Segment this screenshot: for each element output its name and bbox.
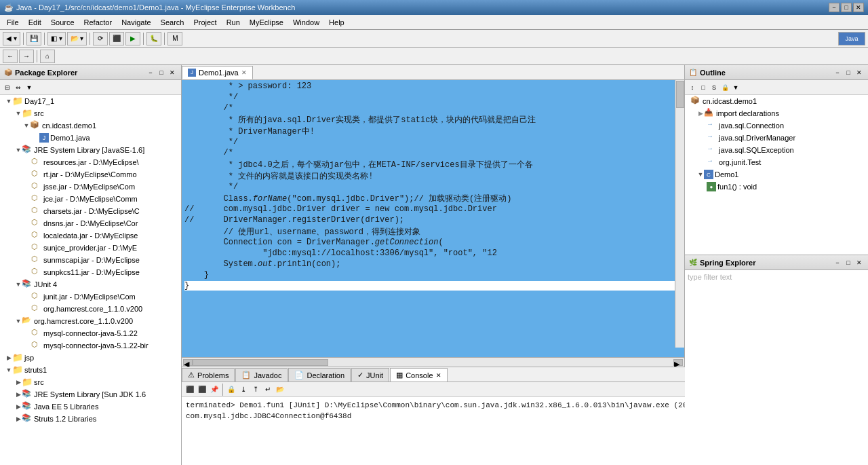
menu-item-help[interactable]: Help bbox=[325, 17, 349, 28]
h-scrollbar-thumb[interactable] bbox=[193, 359, 328, 366]
menu-item-run[interactable]: Run bbox=[222, 17, 244, 28]
console-scroll-lock-btn[interactable]: 🔒 bbox=[226, 384, 237, 395]
console-pin-btn[interactable]: 📌 bbox=[209, 384, 220, 395]
menu-item-refactor[interactable]: Refactor bbox=[80, 17, 117, 28]
console-tab-close[interactable]: ✕ bbox=[436, 372, 441, 379]
close-button[interactable]: ✕ bbox=[853, 3, 864, 12]
minimize-button[interactable]: − bbox=[829, 3, 840, 12]
menu-item-edit[interactable]: Edit bbox=[24, 17, 45, 28]
tree-item-package[interactable]: ▼ 📦 cn.idcast.demo1 bbox=[0, 119, 181, 132]
outline-item-sqlexception[interactable]: → java.sql.SQLException bbox=[685, 144, 868, 156]
expand-icon[interactable]: ▼ bbox=[15, 318, 22, 324]
view-menu-btn[interactable]: ▼ bbox=[24, 83, 34, 92]
tree-item-src[interactable]: ▼ 📁 src bbox=[0, 107, 181, 119]
spring-minimize-btn[interactable]: − bbox=[833, 258, 842, 267]
tree-item-localedata[interactable]: ▶ ⬡ localedata.jar - D:\MyEclipse bbox=[0, 229, 181, 242]
panel-close-btn[interactable]: ✕ bbox=[167, 68, 177, 77]
outline-item-drivermanager[interactable]: → java.sql.DriverManager bbox=[685, 132, 868, 144]
tree-item-struts1libs[interactable]: ▶ 📚 Struts 1.2 Libraries bbox=[0, 413, 181, 425]
h-scrollbar-left[interactable]: ◀ bbox=[183, 359, 193, 366]
toolbar-back-btn[interactable]: ◀ ▾ bbox=[3, 32, 20, 45]
tree-item-sunmscapi[interactable]: ▶ ⬡ sunmscapi.jar - D:\MyEclipse bbox=[0, 254, 181, 266]
toolbar-save-btn[interactable]: 💾 bbox=[26, 32, 41, 45]
scrollbar-thumb[interactable] bbox=[676, 81, 684, 108]
code-content[interactable]: * > password: 123 */ /* * 所有的java.sql.Dr… bbox=[182, 80, 684, 357]
outline-item-demo1class[interactable]: ▼ C Demo1 bbox=[685, 168, 868, 181]
maximize-button[interactable]: □ bbox=[841, 3, 852, 12]
panel-maximize-btn[interactable]: □ bbox=[157, 68, 166, 77]
outline-item-package[interactable]: 📦 cn.idcast.demo1 bbox=[685, 95, 868, 107]
tree-item-jre[interactable]: ▼ 📚 JRE System Library [JavaSE-1.6] bbox=[0, 144, 181, 156]
editor-tab-demo1[interactable]: J Demo1.java ✕ bbox=[182, 66, 253, 79]
menu-item-navigate[interactable]: Navigate bbox=[117, 17, 155, 28]
outline-item-connection[interactable]: → java.sql.Connection bbox=[685, 119, 868, 132]
expand-icon[interactable]: ▼ bbox=[15, 147, 22, 153]
toolbar-new-btn[interactable]: ◧ ▾ bbox=[47, 32, 66, 45]
tree-item-resources[interactable]: ▶ ⬡ resources.jar - D:\MyEclipse\ bbox=[0, 156, 181, 168]
toolbar-open-btn[interactable]: 📂 ▾ bbox=[67, 32, 87, 45]
tree-item-jsse[interactable]: ▶ ⬡ jsse.jar - D:\MyEclipse\Com bbox=[0, 181, 181, 193]
outline-hide-static-btn[interactable]: S bbox=[709, 83, 719, 92]
toolbar2-btn1[interactable]: ← bbox=[3, 50, 18, 63]
tab-junit[interactable]: ✓ JUnit bbox=[351, 368, 389, 382]
expand-icon[interactable]: ▶ bbox=[15, 415, 22, 422]
tree-item-day17[interactable]: ▼ 📁 Day17_1 bbox=[0, 95, 181, 107]
console-word-wrap-btn[interactable]: ↵ bbox=[262, 384, 273, 395]
tree-item-sunjce[interactable]: ▶ ⬡ sunjce_provider.jar - D:\MyE bbox=[0, 242, 181, 254]
console-scroll-start-btn[interactable]: ⤒ bbox=[250, 384, 261, 395]
expand-icon[interactable]: ▼ bbox=[5, 367, 12, 373]
toolbar-stop-btn[interactable]: ⬛ bbox=[109, 32, 124, 45]
toolbar-debug-btn[interactable]: 🐛 bbox=[146, 32, 161, 45]
expand-icon[interactable]: ▼ bbox=[15, 110, 22, 117]
collapse-all-btn[interactable]: ⊟ bbox=[3, 83, 12, 92]
expand-icon[interactable]: ▶ bbox=[5, 354, 12, 361]
expand-icon[interactable]: ▼ bbox=[697, 171, 704, 178]
toolbar2-btn3[interactable]: ⌂ bbox=[40, 50, 55, 63]
expand-icon[interactable]: ▼ bbox=[15, 281, 22, 288]
expand-icon[interactable]: ▶ bbox=[15, 403, 22, 410]
tree-item-struts1-src[interactable]: ▶ 📁 src bbox=[0, 376, 181, 388]
tree-item-rt[interactable]: ▶ ⬡ rt.jar - D:\MyEclipse\Commo bbox=[0, 168, 181, 181]
tree-item-mysql1[interactable]: ▶ ⬡ mysql-connector-java-5.1.22 bbox=[0, 327, 181, 339]
tree-item-hamcrest[interactable]: ▶ ⬡ org.hamcrest.core_1.1.0.v200 bbox=[0, 303, 181, 315]
spring-maximize-btn[interactable]: □ bbox=[844, 258, 853, 267]
menu-item-project[interactable]: Project bbox=[189, 17, 220, 28]
java-perspective-btn[interactable]: Java bbox=[838, 32, 865, 45]
outline-item-test[interactable]: → org.junit.Test bbox=[685, 156, 868, 168]
outline-minimize-btn[interactable]: − bbox=[833, 68, 842, 77]
tree-item-jce[interactable]: ▶ ⬡ jce.jar - D:\MyEclipse\Comm bbox=[0, 193, 181, 205]
menu-item-file[interactable]: File bbox=[3, 17, 23, 28]
toolbar-refresh-btn[interactable]: ⟳ bbox=[93, 32, 108, 45]
tree-item-jsp[interactable]: ▶ 📁 jsp bbox=[0, 352, 181, 364]
tree-item-jre-sun[interactable]: ▶ 📚 JRE System Library [Sun JDK 1.6 bbox=[0, 388, 181, 401]
outline-viewmenu-btn[interactable]: ▼ bbox=[731, 83, 741, 92]
console-open-file-btn[interactable]: 📂 bbox=[275, 384, 285, 395]
menu-item-search[interactable]: Search bbox=[157, 17, 189, 28]
outline-close-btn[interactable]: ✕ bbox=[854, 68, 864, 77]
outline-item-imports[interactable]: ▶ 📥 import declarations bbox=[685, 107, 868, 119]
console-scroll-end-btn[interactable]: ⤓ bbox=[238, 384, 249, 395]
outline-item-fun1[interactable]: ● fun1() : void bbox=[685, 181, 868, 193]
outline-hide-fields-btn[interactable]: □ bbox=[698, 83, 708, 92]
tree-item-sunpkcs[interactable]: ▶ ⬡ sunpkcs11.jar - D:\MyEclipse bbox=[0, 266, 181, 278]
vertical-scrollbar[interactable] bbox=[675, 80, 684, 348]
tree-item-demo1[interactable]: ▶ J Demo1.java bbox=[0, 132, 181, 144]
console-stop-btn[interactable]: ⬛ bbox=[197, 384, 208, 395]
expand-icon[interactable]: ▶ bbox=[697, 110, 704, 117]
spring-close-btn[interactable]: ✕ bbox=[854, 258, 864, 267]
toolbar2-btn2[interactable]: → bbox=[19, 50, 34, 63]
panel-minimize-btn[interactable]: − bbox=[146, 68, 155, 77]
link-editor-btn[interactable]: ⇔ bbox=[14, 83, 23, 92]
expand-icon[interactable]: ▼ bbox=[5, 98, 12, 105]
menu-item-source[interactable]: Source bbox=[47, 17, 79, 28]
menu-item-window[interactable]: Window bbox=[289, 17, 323, 28]
tree-item-struts1[interactable]: ▼ 📁 struts1 bbox=[0, 364, 181, 376]
tree-item-charsets[interactable]: ▶ ⬡ charsets.jar - D:\MyEclipse\C bbox=[0, 205, 181, 217]
tree-item-junit[interactable]: ▶ ⬡ junit.jar - D:\MyEclipse\Com bbox=[0, 291, 181, 303]
outline-hide-nonpublic-btn[interactable]: 🔒 bbox=[720, 83, 730, 92]
spring-filter-input[interactable] bbox=[688, 273, 865, 281]
outline-maximize-btn[interactable]: □ bbox=[844, 68, 853, 77]
console-clear-btn[interactable]: ⬛ bbox=[184, 384, 195, 395]
horizontal-scrollbar[interactable]: ◀ ▶ bbox=[182, 357, 684, 367]
expand-icon[interactable]: ▶ bbox=[15, 379, 22, 386]
